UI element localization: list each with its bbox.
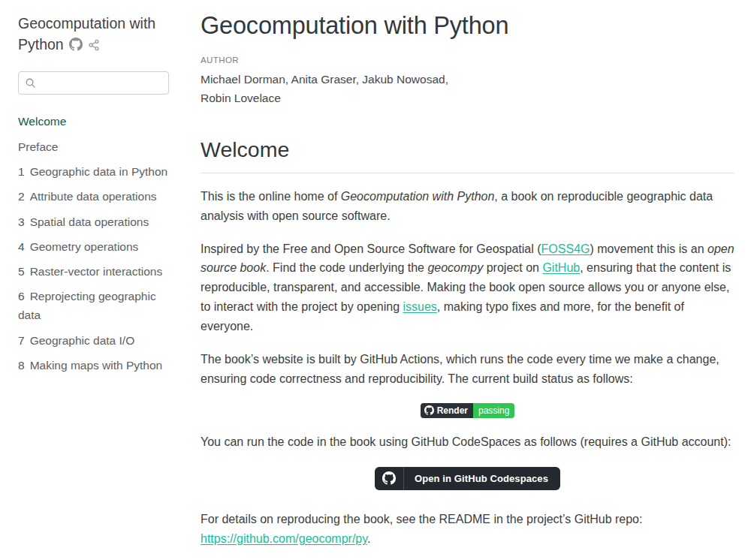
button-label: Open in GitHub Codespaces: [415, 473, 548, 484]
sidebar-item-making-maps[interactable]: 8Making maps with Python: [18, 357, 170, 375]
github-icon: [382, 471, 396, 485]
sidebar-item-label: Reprojecting geographic data: [18, 290, 156, 321]
chapter-number: 4: [18, 240, 25, 253]
text-link[interactable]: FOSS4G: [541, 242, 590, 255]
search-icon: [25, 77, 36, 92]
render-status-badge[interactable]: Render passing: [421, 403, 515, 418]
paragraph-open-source: Inspired by the Free and Open Source Sof…: [201, 239, 734, 337]
search-input[interactable]: [18, 71, 169, 95]
author-names: Michael Dorman, Anita Graser, Jakub Nowo…: [201, 70, 465, 108]
button-row: Open in GitHub Codespaces: [201, 467, 734, 490]
paragraph-codespaces: You can run the code in the book using G…: [201, 432, 734, 452]
chapter-number: 2: [18, 190, 25, 203]
paragraph-intro: This is the online home of Geocomputatio…: [201, 187, 734, 226]
github-icon[interactable]: [64, 36, 83, 53]
text-span: . Find the code underlying the: [266, 261, 427, 274]
sidebar-item-geometry-operations[interactable]: 4Geometry operations: [18, 238, 170, 257]
emphasis-text: Geocomputation with Python: [341, 190, 495, 203]
sidebar-item-data-io[interactable]: 7Geographic data I/O: [18, 332, 170, 351]
text-span: project on: [483, 261, 542, 274]
paragraph-build-status: The book’s website is built by GitHub Ac…: [201, 350, 734, 389]
paragraph-readme: For details on reproducing the book, see…: [201, 510, 734, 549]
open-codespaces-button[interactable]: Open in GitHub Codespaces: [375, 467, 560, 490]
sidebar-item-label: Welcome: [18, 115, 66, 128]
page-title: Geocomputation with Python: [201, 11, 734, 41]
section-heading-welcome: Welcome: [201, 137, 734, 173]
chapter-number: 3: [18, 215, 25, 228]
sidebar-item-attribute-data[interactable]: 2Attribute data operations: [18, 188, 170, 206]
button-divider: [403, 467, 404, 490]
text-link[interactable]: GitHub: [542, 261, 580, 274]
sidebar-item-label: Geographic data I/O: [30, 334, 135, 347]
text-span: .: [367, 532, 370, 545]
text-link[interactable]: https://github.com/geocompr/py: [201, 532, 367, 545]
text-span: For details on reproducing the book, see…: [201, 513, 642, 525]
author-label: AUTHOR: [201, 56, 734, 65]
sidebar-title: Geocomputation with Python: [18, 14, 161, 55]
badge-workflow-name: Render: [437, 403, 468, 418]
badge-row: Render passing: [201, 403, 734, 418]
text-span: Inspired by the Free and Open Source Sof…: [201, 242, 541, 255]
chapter-number: 7: [18, 334, 25, 347]
text-span: ) movement this is an: [590, 242, 707, 255]
sidebar-item-label: Attribute data operations: [30, 190, 157, 203]
sidebar-item-label: Preface: [18, 140, 58, 153]
search-box: [18, 71, 169, 95]
sidebar-item-label: Spatial data operations: [30, 215, 149, 228]
chapter-number: 8: [18, 359, 25, 372]
chapter-number: 1: [18, 165, 25, 178]
main-content: Geocomputation with Python AUTHOR Michae…: [188, 0, 751, 560]
sidebar-item-label: Geographic data in Python: [30, 165, 168, 178]
github-icon: [424, 403, 434, 418]
sidebar-item-preface[interactable]: Preface: [18, 138, 170, 157]
share-icon[interactable]: [83, 36, 100, 53]
sidebar-item-welcome[interactable]: Welcome: [18, 113, 170, 131]
emphasis-text: geocompy: [427, 261, 483, 274]
sidebar-item-label: Geometry operations: [30, 240, 139, 253]
badge-status: passing: [473, 403, 514, 418]
sidebar-item-label: Making maps with Python: [30, 359, 163, 372]
sidebar-item-geographic-data[interactable]: 1Geographic data in Python: [18, 163, 170, 182]
sidebar-item-raster-vector[interactable]: 5Raster-vector interactions: [18, 263, 170, 282]
sidebar-item-spatial-data[interactable]: 3Spatial data operations: [18, 213, 170, 232]
sidebar: Geocomputation with Python Welcome Prefa…: [0, 0, 188, 560]
chapter-number: 5: [18, 265, 25, 278]
page: Geocomputation with Python Welcome Prefa…: [0, 0, 751, 560]
sidebar-item-reprojecting[interactable]: 6Reprojecting geographic data: [18, 288, 170, 325]
text-link[interactable]: issues: [403, 300, 437, 313]
chapter-number: 6: [18, 290, 25, 303]
text-span: This is the online home of: [201, 190, 341, 203]
sidebar-item-label: Raster-vector interactions: [30, 265, 163, 278]
sidebar-nav: Welcome Preface 1Geographic data in Pyth…: [18, 113, 170, 375]
